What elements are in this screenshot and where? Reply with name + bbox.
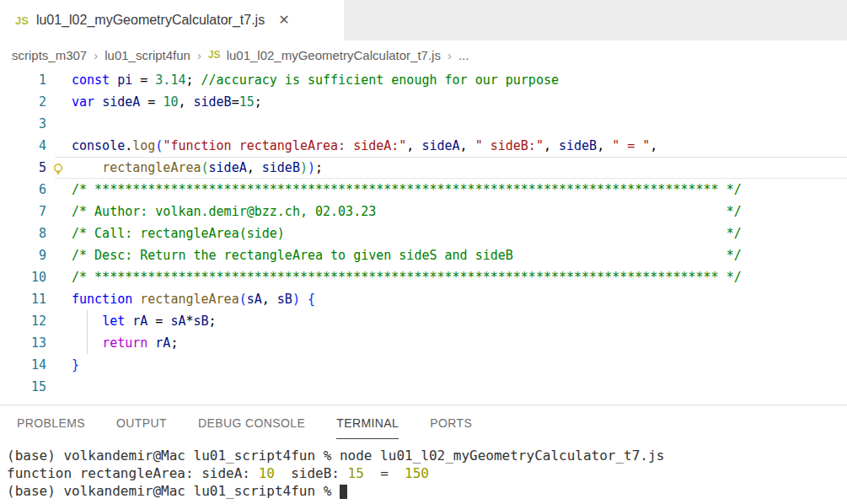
code-line[interactable]: 11function rectangleArea(sA, sB) { — [0, 288, 847, 310]
code-line[interactable]: 5 rectangleArea(sideA, sideB)); — [0, 157, 847, 179]
line-number: 4 — [0, 135, 46, 157]
tab-active-file[interactable]: JS lu01_l02_myGeometryCalculator_t7.js ✕ — [0, 0, 344, 40]
code-line[interactable]: 9/* Desc: Return the rectangleArea to gi… — [0, 244, 847, 266]
glyph-margin — [46, 354, 72, 376]
code-token: ) — [292, 292, 300, 307]
code-token: ( — [239, 292, 247, 307]
code-token: sideA — [421, 138, 459, 153]
code-line[interactable]: 7/* Author: volkan.demir@bzz.ch, 02.03.2… — [0, 201, 847, 223]
code-line[interactable]: 4console.log("function rectangleArea: si… — [0, 135, 847, 157]
code-token: "function rectangleArea: sideA:" — [163, 138, 406, 153]
line-number: 13 — [0, 332, 46, 354]
panel-tab-debug-console[interactable]: DEBUG CONSOLE — [198, 416, 305, 439]
panel-tab-problems[interactable]: PROBLEMS — [17, 416, 85, 439]
code-token: " = " — [612, 138, 650, 153]
breadcrumb-item-label: scripts_m307 — [12, 48, 87, 62]
code-token: console — [72, 138, 125, 153]
glyph-margin — [46, 69, 72, 91]
breadcrumb-item[interactable]: JSlu01_l02_myGeometryCalculator_t7.js — [208, 48, 441, 62]
code-token: { — [308, 292, 315, 307]
terminal-text: function rectangleArea: sideA: — [7, 465, 259, 481]
bottom-panel: PROBLEMSOUTPUTDEBUG CONSOLETERMINALPORTS… — [0, 405, 847, 500]
terminal-output[interactable]: (base) volkandemir@Mac lu01_script4fun %… — [0, 439, 847, 500]
code-token: = — [232, 94, 239, 110]
code-token: /* Desc: Return the rectangleArea to giv… — [72, 248, 742, 263]
code-token: = — [147, 314, 170, 329]
terminal-text: = — [364, 465, 405, 481]
panel-tab-output[interactable]: OUTPUT — [116, 416, 167, 439]
code-token: sideA — [209, 160, 247, 175]
code-line[interactable]: 10/* ***********************************… — [0, 266, 847, 288]
breadcrumb-item[interactable]: ... — [458, 48, 469, 62]
code-line[interactable]: 6/* ************************************… — [0, 179, 847, 201]
close-icon[interactable]: ✕ — [278, 13, 289, 27]
js-file-icon: JS — [15, 14, 29, 27]
code-token — [94, 94, 102, 110]
glyph-margin — [46, 332, 72, 354]
code-line-text: function rectangleArea(sA, sB) { — [72, 288, 315, 310]
line-number: 5 — [0, 157, 46, 179]
breadcrumb-item-label: ... — [458, 48, 469, 62]
terminal-line: (base) volkandemir@Mac lu01_script4fun %… — [7, 447, 847, 464]
breadcrumb-item[interactable]: lu01_script4fun — [105, 48, 190, 62]
code-token: , — [406, 138, 421, 153]
code-token — [110, 72, 117, 88]
code-line[interactable]: 2var sideA = 10, sideB=15; — [0, 91, 847, 113]
code-line-text: rectangleArea(sideA, sideB)); — [72, 157, 323, 179]
code-line[interactable]: 12 let rA = sA*sB; — [0, 310, 847, 332]
code-token: ; — [315, 160, 323, 175]
code-line[interactable]: 14} — [0, 354, 847, 376]
code-line[interactable]: 8/* Call: rectangleArea(side) */ — [0, 223, 847, 244]
code-token: , — [262, 292, 277, 307]
code-token: //accuracy is sufficient enough for our … — [201, 72, 559, 88]
code-token: sideB — [559, 138, 597, 153]
code-line[interactable]: 1const pi = 3.14; //accuracy is sufficie… — [0, 69, 847, 91]
glyph-margin — [46, 201, 72, 223]
panel-tab-ports[interactable]: PORTS — [430, 416, 472, 439]
code-token — [300, 292, 308, 307]
code-token: rA — [155, 335, 170, 351]
code-token: ; — [185, 72, 201, 88]
code-line[interactable]: 3 — [0, 113, 847, 135]
code-token: sideB — [262, 160, 300, 175]
code-token: function — [72, 292, 132, 307]
breadcrumb-separator-icon: › — [197, 48, 201, 62]
code-token: /* Author: volkan.demir@bzz.ch, 02.03.23… — [72, 204, 742, 219]
code-editor[interactable]: 1const pi = 3.14; //accuracy is sufficie… — [0, 69, 847, 398]
code-line-text: /* Call: rectangleArea(side) */ — [72, 223, 742, 244]
editor-tab-bar: JS lu01_l02_myGeometryCalculator_t7.js ✕ — [0, 0, 847, 40]
code-token: , — [597, 138, 612, 153]
glyph-margin — [46, 244, 72, 266]
code-line-text: /* Author: volkan.demir@bzz.ch, 02.03.23… — [72, 201, 742, 223]
line-number: 9 — [0, 244, 46, 266]
js-file-icon: JS — [208, 49, 221, 61]
breadcrumb-item-label: lu01_script4fun — [105, 48, 190, 62]
code-token: ; — [170, 335, 178, 351]
code-line[interactable]: 15 — [0, 376, 847, 398]
panel-tab-terminal[interactable]: TERMINAL — [336, 416, 399, 439]
glyph-margin — [46, 91, 72, 113]
tab-title: lu01_l02_myGeometryCalculator_t7.js — [36, 13, 265, 28]
glyph-margin — [46, 135, 72, 157]
breadcrumb-item[interactable]: scripts_m307 — [12, 48, 87, 62]
code-token: sB — [277, 292, 292, 307]
code-line[interactable]: 13 return rA; — [0, 332, 847, 354]
code-token: sA — [247, 292, 262, 307]
terminal-text: 15 — [348, 465, 364, 481]
code-token: const — [72, 72, 110, 88]
code-token: ( — [201, 160, 209, 175]
code-token: pi — [117, 72, 132, 88]
code-token: " sideB:" — [475, 138, 544, 153]
code-token: let — [102, 314, 125, 329]
line-number: 12 — [0, 310, 46, 332]
code-token: 10 — [163, 94, 178, 110]
code-token: log — [132, 138, 155, 153]
code-token: , — [460, 138, 475, 153]
line-number: 2 — [0, 91, 46, 113]
code-token: rectangleArea — [140, 292, 239, 307]
code-token: . — [125, 138, 132, 153]
line-number: 15 — [0, 376, 46, 398]
code-token: 3.14 — [155, 72, 185, 88]
indent-guide — [87, 310, 88, 332]
code-token: = — [132, 72, 155, 88]
